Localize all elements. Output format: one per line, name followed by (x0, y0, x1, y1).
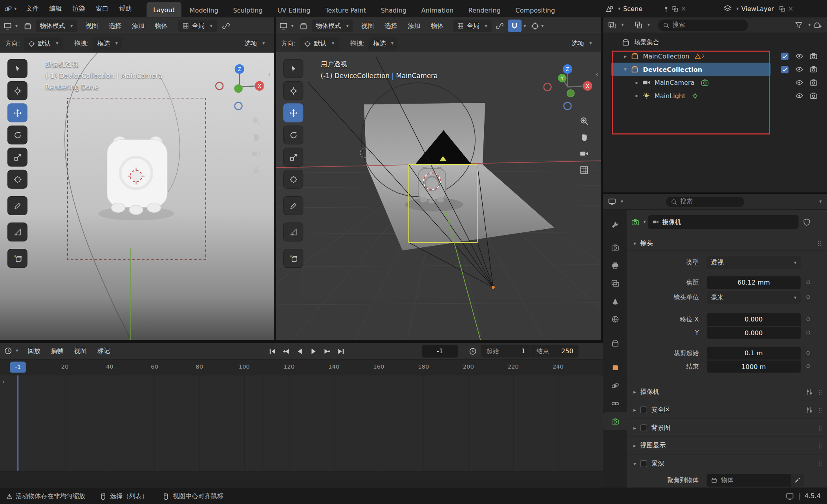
frame-end-field[interactable]: 结束 250 (531, 345, 579, 357)
orientation-dropdown[interactable]: 全局▾ (453, 20, 491, 32)
next-keyframe-button[interactable] (321, 344, 333, 358)
select-box-tool[interactable] (283, 59, 303, 78)
tab-viewlayer-properties[interactable] (603, 274, 627, 292)
render-visibility-camera-icon[interactable] (810, 92, 818, 100)
tab-uv-editing[interactable]: UV Editing (271, 4, 317, 17)
tab-constraints-properties[interactable] (603, 394, 627, 413)
cursor-tool[interactable] (283, 81, 303, 100)
drag-handle-icon[interactable] (818, 407, 824, 413)
tab-sculpting[interactable]: Sculpting (226, 4, 269, 17)
mixer-icon[interactable] (805, 388, 813, 396)
menu-object[interactable]: 物体 (426, 17, 449, 34)
outliner-search-input[interactable]: 搜索 (658, 19, 748, 31)
move-tool[interactable] (283, 103, 303, 122)
pan-hand-icon[interactable] (580, 133, 589, 142)
scene-icon[interactable] (606, 5, 613, 13)
camera-section-header[interactable]: ▸ 摄像机 (627, 383, 827, 401)
outliner-filter-mode-icon[interactable] (608, 21, 616, 29)
tab-compositing[interactable]: Compositing (509, 4, 562, 17)
mixer-icon[interactable] (805, 406, 813, 414)
tab-tool-properties[interactable] (603, 216, 627, 234)
annotate-tool[interactable] (7, 196, 27, 215)
scene-name[interactable]: Scene (623, 5, 660, 13)
animate-decorator[interactable] (807, 295, 810, 299)
proportional-editing-icon[interactable] (531, 22, 539, 30)
tab-object-data-properties[interactable] (603, 412, 627, 430)
chevron-down-icon[interactable]: ▾ (621, 23, 624, 27)
tab-layout[interactable]: Layout (146, 2, 182, 17)
focus-object-field[interactable]: 物体 (707, 474, 791, 486)
channel-region-toggle[interactable]: › (2, 378, 5, 385)
render-visibility-camera-icon[interactable] (810, 52, 818, 60)
eye-icon[interactable] (795, 66, 803, 73)
chevron-down-icon[interactable]: ▾ (648, 23, 650, 27)
rotate-tool[interactable] (7, 126, 27, 144)
viewport-user[interactable]: ▾ 物体模式▾ 视图 选择 添加 物体 全局▾ ▾ ▾ 方向: (276, 17, 601, 340)
outliner-row-main-light[interactable]: ▸ MainLight (603, 89, 827, 102)
viewlayer-icon[interactable] (724, 5, 732, 13)
safe-areas-section-header[interactable]: ▸ 安全区 (627, 401, 827, 419)
shift-y-field[interactable]: 0.000 (707, 326, 801, 339)
snap-toggle[interactable] (508, 20, 521, 32)
camera-name-field[interactable]: 摄像机 (648, 215, 798, 229)
clip-start-field[interactable]: 0.1 m (707, 347, 801, 360)
eye-icon[interactable] (795, 52, 803, 60)
frame-start-field[interactable]: 起始 1 (481, 345, 531, 357)
menu-add[interactable]: 添加 (126, 17, 150, 34)
animate-decorator[interactable] (807, 364, 810, 368)
animate-decorator[interactable] (807, 351, 810, 355)
sidebar-toggle[interactable]: ‹ (595, 70, 598, 78)
drag-handle-icon[interactable] (818, 443, 824, 449)
outliner-row-device-collection[interactable]: ▾ DeviceCollection (603, 63, 827, 76)
type-dropdown[interactable]: 透视▾ (707, 256, 801, 269)
scale-tool[interactable] (283, 148, 303, 166)
measure-tool[interactable] (7, 223, 27, 241)
outliner-row-main-camera[interactable]: ▸ MainCamera (603, 76, 827, 89)
eyedropper-button[interactable] (791, 474, 804, 486)
snap-target-icon[interactable] (222, 22, 230, 30)
tab-modeling[interactable]: Modeling (183, 4, 225, 17)
navigation-gizmo[interactable]: Z X Y (543, 63, 592, 111)
collection-checkbox[interactable] (781, 66, 789, 73)
menu-add[interactable]: 添加 (403, 17, 426, 34)
tab-output-properties[interactable] (603, 256, 627, 274)
tab-scene-properties[interactable] (603, 292, 627, 310)
new-collection-icon[interactable] (814, 21, 822, 29)
new-scene-icon[interactable] (671, 5, 678, 12)
eye-icon[interactable] (795, 92, 803, 100)
orientation-dropdown[interactable]: 全局▾ (178, 20, 216, 32)
use-preview-range-button[interactable] (466, 345, 479, 357)
viewlayer-name[interactable]: ViewLayer (741, 5, 776, 13)
drag-dropdown[interactable]: 框选▾ (369, 37, 398, 50)
drag-handle-icon[interactable] (816, 240, 823, 247)
eye-icon[interactable] (795, 79, 803, 86)
menu-markers[interactable]: 标记 (92, 343, 115, 359)
properties-search-input[interactable]: 搜索 (666, 196, 744, 207)
editor-type-button[interactable]: ▾ (0, 22, 21, 30)
pin-scene-icon[interactable] (663, 5, 669, 12)
blender-menu-button[interactable]: ▾ (0, 0, 21, 17)
collapse-icon[interactable]: ▾ (624, 67, 627, 72)
viewport-display-section-header[interactable]: ▸ 视图显示 (627, 436, 827, 455)
options-dropdown[interactable]: 选项▾ (567, 37, 596, 50)
drag-handle-icon[interactable] (818, 425, 824, 431)
timeline-scrollbar-area[interactable] (0, 471, 603, 488)
render-visibility-camera-icon[interactable] (810, 79, 818, 86)
menu-select[interactable]: 选择 (379, 17, 403, 34)
menu-object[interactable]: 物体 (150, 17, 173, 34)
direction-dropdown[interactable]: 默认▾ (24, 37, 62, 50)
outliner-row-main-collection[interactable]: ▸ MainCollection 2 (603, 49, 827, 63)
tab-rendering[interactable]: Rendering (461, 4, 507, 17)
scale-tool[interactable] (7, 148, 27, 166)
editor-type-button[interactable]: ▾ (276, 22, 297, 30)
properties-editor-icon[interactable] (608, 198, 616, 206)
jump-to-end-button[interactable] (335, 344, 347, 358)
focal-length-field[interactable]: 60.12 mm (707, 276, 801, 289)
timeline-tracks[interactable]: › (0, 375, 603, 471)
add-cube-tool[interactable] (7, 249, 27, 268)
measure-tool[interactable] (283, 223, 303, 241)
background-images-checkbox[interactable] (640, 424, 647, 431)
chevron-down-icon[interactable]: ▾ (618, 6, 620, 11)
menu-select[interactable]: 选择 (103, 17, 126, 34)
menu-help[interactable]: 帮助 (113, 0, 137, 17)
